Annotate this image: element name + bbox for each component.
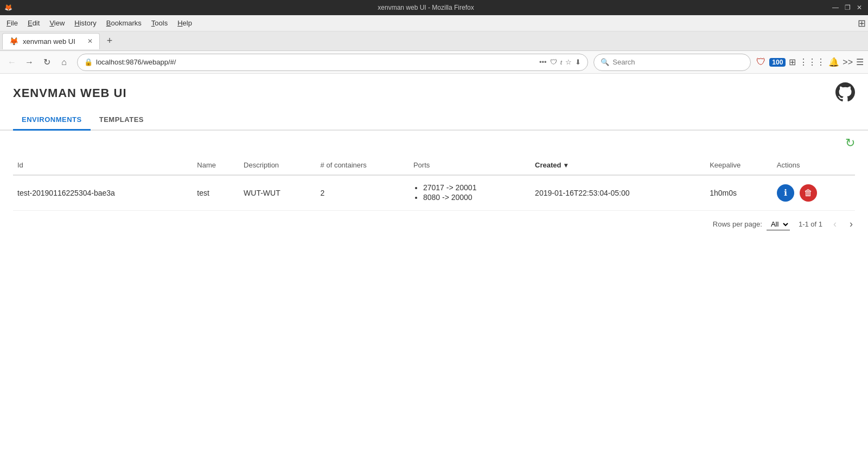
apps-icon[interactable]: ⋮⋮⋮ — [799, 57, 825, 67]
page-title: XENVMAN WEB UI — [13, 86, 127, 100]
os-titlebar-controls: — ❐ ✕ — [831, 3, 864, 12]
pocket-icon[interactable]: 🛡 — [550, 58, 557, 66]
download-icon[interactable]: ⬇ — [575, 58, 581, 66]
table-header-row: Id Name Description # of containers Port… — [13, 156, 855, 175]
app-tabs: ENVIRONMENTS TEMPLATES — [0, 110, 868, 131]
os-titlebar-title: xenvman web UI - Mozilla Firefox — [21, 4, 831, 11]
environments-table: Id Name Description # of containers Port… — [13, 156, 855, 211]
pagination: Rows per page: All 10 25 50 1-1 of 1 ‹ › — [0, 211, 868, 237]
nav-bar: ← → ↻ ⌂ 🔒 localhost:9876/webapp/#/ ••• 🛡… — [0, 51, 868, 74]
more-options-icon[interactable]: ••• — [539, 58, 547, 66]
github-link[interactable] — [835, 82, 855, 104]
shield-icon[interactable]: 🛡 — [756, 56, 766, 68]
hamburger-icon[interactable]: ☰ — [856, 57, 864, 67]
page-info: 1-1 of 1 — [799, 220, 822, 228]
search-input[interactable] — [612, 58, 744, 66]
close-button[interactable]: ✕ — [855, 3, 864, 12]
cell-containers: 2 — [316, 175, 409, 211]
col-created[interactable]: Created ▾ — [531, 156, 705, 175]
cell-description: WUT-WUT — [239, 175, 316, 211]
prev-page-button[interactable]: ‹ — [831, 217, 839, 231]
tab-favicon: 🦊 — [9, 37, 18, 46]
cell-id: test-20190116225304-bae3a — [13, 175, 193, 211]
firefox-icon: 🦊 — [4, 4, 12, 11]
menu-bookmarks[interactable]: Bookmarks — [102, 17, 146, 29]
cell-created: 2019-01-16T22:53:04-05:00 — [531, 175, 705, 211]
col-containers: # of containers — [316, 156, 409, 175]
address-actions: ••• 🛡 t ☆ ⬇ — [539, 58, 581, 67]
tab-bar: 🦊 xenvman web UI ✕ + — [0, 31, 868, 51]
sort-arrow-icon: ▾ — [564, 162, 567, 169]
app-header: XENVMAN WEB UI — [0, 74, 868, 104]
t-icon[interactable]: t — [560, 58, 563, 67]
port-item: 27017 -> 20001 — [423, 183, 526, 192]
menu-bar: File Edit View History Bookmarks Tools H… — [0, 15, 868, 31]
rows-per-page: Rows per page: All 10 25 50 — [713, 218, 790, 230]
extension-badge[interactable]: 100 — [769, 58, 786, 67]
minimize-button[interactable]: — — [831, 3, 840, 12]
delete-button[interactable]: 🗑 — [800, 184, 817, 202]
home-button[interactable]: ⌂ — [56, 55, 72, 70]
maximize-button[interactable]: ❐ — [843, 3, 852, 12]
nav-right-icons: 🛡 100 ⊞ ⋮⋮⋮ 🔔 >> ☰ — [756, 56, 864, 68]
tab-label: xenvman web UI — [23, 37, 75, 46]
cell-keepalive: 1h0m0s — [705, 175, 773, 211]
tab-environments[interactable]: ENVIRONMENTS — [13, 110, 91, 131]
browser-tab[interactable]: 🦊 xenvman web UI ✕ — [2, 33, 100, 49]
cell-actions: ℹ 🗑 — [773, 175, 855, 211]
cell-name: test — [193, 175, 239, 211]
search-icon: 🔍 — [601, 58, 609, 66]
cell-ports: 27017 -> 20001 8080 -> 20000 — [409, 175, 531, 211]
table-container: Id Name Description # of containers Port… — [0, 156, 868, 211]
reload-button[interactable]: ↻ — [39, 55, 54, 70]
col-description: Description — [239, 156, 316, 175]
chevron-right-icon[interactable]: >> — [843, 57, 853, 67]
menu-file[interactable]: File — [2, 17, 22, 29]
port-item: 8080 -> 20000 — [423, 193, 526, 202]
menu-tools[interactable]: Tools — [147, 17, 172, 29]
table-row: test-20190116225304-bae3a test WUT-WUT 2… — [13, 175, 855, 211]
col-id: Id — [13, 156, 193, 175]
lock-icon: 🔒 — [84, 58, 93, 66]
info-button[interactable]: ℹ — [777, 184, 794, 202]
menu-view[interactable]: View — [45, 17, 69, 29]
col-actions: Actions — [773, 156, 855, 175]
col-name: Name — [193, 156, 239, 175]
os-titlebar-left: 🦊 — [4, 4, 21, 11]
tab-close-button[interactable]: ✕ — [87, 37, 93, 45]
new-tab-button[interactable]: + — [102, 34, 117, 49]
os-titlebar: 🦊 xenvman web UI - Mozilla Firefox — ❐ ✕ — [0, 0, 868, 15]
github-icon — [835, 82, 855, 102]
col-ports: Ports — [409, 156, 531, 175]
menu-history[interactable]: History — [70, 17, 100, 29]
col-keepalive: Keepalive — [705, 156, 773, 175]
address-url: localhost:9876/webapp/#/ — [96, 58, 536, 66]
menu-help[interactable]: Help — [173, 17, 196, 29]
refresh-button[interactable]: ↻ — [845, 136, 855, 150]
tab-templates[interactable]: TEMPLATES — [91, 110, 152, 131]
bookmark-icon[interactable]: ☆ — [565, 58, 572, 66]
app-toolbar: ↻ — [0, 131, 868, 156]
next-page-button[interactable]: › — [847, 217, 855, 231]
menu-edit[interactable]: Edit — [23, 17, 44, 29]
address-bar[interactable]: 🔒 localhost:9876/webapp/#/ ••• 🛡 t ☆ ⬇ — [77, 54, 588, 71]
forward-button[interactable]: → — [22, 55, 37, 70]
rows-per-page-label: Rows per page: — [713, 220, 762, 228]
rows-per-page-select[interactable]: All 10 25 50 — [767, 218, 790, 230]
back-button[interactable]: ← — [4, 55, 20, 70]
grid-icon[interactable]: ⊞ — [789, 57, 796, 67]
extension-icon[interactable]: ⊞ — [858, 17, 866, 29]
search-bar[interactable]: 🔍 — [593, 54, 751, 71]
notification-icon[interactable]: 🔔 — [828, 57, 839, 67]
